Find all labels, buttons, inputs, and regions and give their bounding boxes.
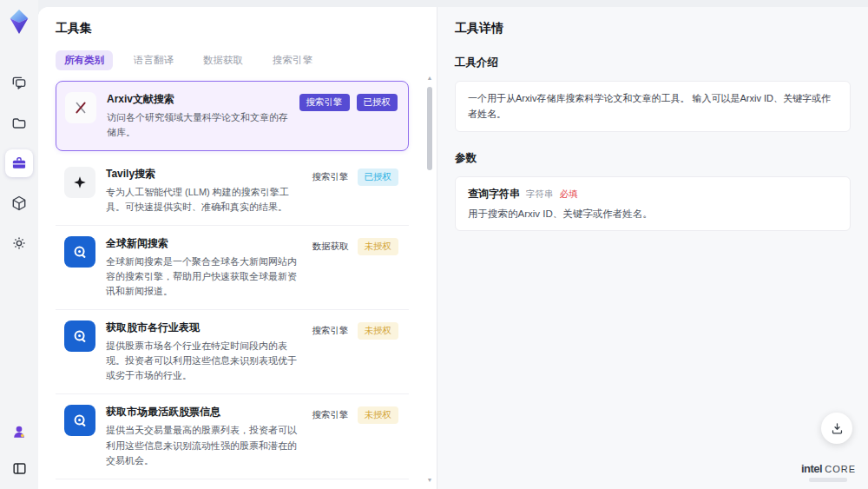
tool-description: 专为人工智能代理 (LLM) 构建的搜索引擎工具。可快速提供实时、准确和真实的结…: [106, 185, 300, 215]
scrollbar-thumb[interactable]: [427, 87, 432, 170]
tool-list-item[interactable]: Tavily搜索 专为人工智能代理 (LLM) 构建的搜索引擎工具。可快速提供实…: [56, 156, 409, 226]
intro-box: 一个用于从Arxiv存储库搜索科学论文和文章的工具。 输入可以是Arxiv ID…: [455, 81, 851, 132]
param-description: 用于搜索的Arxiv ID、关键字或作者姓名。: [468, 208, 838, 221]
collapse-panel-icon: [11, 460, 28, 477]
news-service-icon: [71, 327, 89, 345]
tool-detail-pane: 工具详情 工具介绍 一个用于从Arxiv存储库搜索科学论文和文章的工具。 输入可…: [437, 7, 868, 489]
tool-description: 提供股票市场各个行业在特定时间段内的表现。投资者可以利用这些信息来识别表现优于或…: [106, 339, 300, 383]
sidebar-item-settings[interactable]: [5, 229, 33, 257]
tool-badges: 搜索引擎 未授权: [311, 320, 399, 340]
param-required-badge: 必填: [560, 188, 578, 201]
tool-description: 提供当天交易量最高的股票列表，投资者可以利用这些信息来识别流动性强的股票和潜在的…: [106, 423, 300, 467]
tool-badges: 数据获取 未授权: [311, 236, 399, 255]
tool-list-pane: 工具集 所有类别 语言翻译 数据获取 搜索引擎: [38, 7, 437, 489]
tool-list-item[interactable]: 获取市场最活跃股票信息 提供当天交易量最高的股票列表，投资者可以利用这些信息来识…: [56, 394, 409, 479]
category-badge: 数据获取: [311, 238, 351, 255]
main-content: 工具集 所有类别 语言翻译 数据获取 搜索引擎: [38, 7, 868, 489]
intro-heading: 工具介绍: [455, 56, 851, 70]
tool-badges: 搜索引擎 已授权: [311, 167, 399, 186]
tool-name: 获取市场最活跃股票信息: [106, 405, 300, 420]
tool-name: Tavily搜索: [106, 167, 300, 182]
tool-list-item[interactable]: Arxiv文献搜索 访问各个研究领域大量科学论文和文章的存储库。 搜索引擎 已授…: [56, 81, 409, 151]
category-tab[interactable]: 所有类别: [56, 50, 113, 70]
news-service-icon: [71, 243, 89, 261]
tool-icon: [64, 236, 95, 268]
tool-list-item[interactable]: 全球新闻搜索 全球新闻搜索是一个聚合全球各大新闻网站内容的搜索引擎，帮助用户快速…: [56, 226, 409, 310]
tool-badges: 搜索引擎 未授权: [311, 405, 399, 424]
core-logo-text: CORE: [825, 464, 856, 474]
tool-badges: 搜索引擎 已授权: [299, 92, 398, 111]
page-title: 工具集: [56, 21, 419, 36]
list-scrollbar: ▲ ▼: [426, 75, 433, 484]
sidebar-item-toolbox[interactable]: [5, 149, 33, 177]
tool-text-block: 全球新闻搜索 全球新闻搜索是一个聚合全球各大新闻网站内容的搜索引擎，帮助用户快速…: [106, 236, 300, 299]
tool-icon: [65, 92, 96, 123]
tool-text-block: Arxiv文献搜索 访问各个研究领域大量科学论文和文章的存储库。: [107, 92, 289, 140]
arxiv-logo-icon: [72, 99, 89, 116]
news-service-icon: [71, 412, 89, 429]
app-logo-icon[interactable]: [6, 9, 32, 35]
tool-text-block: 获取股市各行业表现 提供股票市场各个行业在特定时间段内的表现。投资者可以利用这些…: [106, 320, 300, 383]
tool-list: Arxiv文献搜索 访问各个研究领域大量科学论文和文章的存储库。 搜索引擎 已授…: [56, 81, 419, 489]
intel-core-brand: intel CORE: [801, 462, 856, 482]
folder-icon: [10, 115, 28, 132]
category-tab[interactable]: 搜索引擎: [264, 50, 321, 70]
tool-icon: [64, 167, 95, 198]
auth-status-badge: 未授权: [358, 238, 399, 255]
tool-text-block: Tavily搜索 专为人工智能代理 (LLM) 构建的搜索引擎工具。可快速提供实…: [106, 167, 300, 215]
category-tab[interactable]: 语言翻译: [125, 50, 182, 70]
tool-name: 全球新闻搜索: [106, 236, 300, 251]
category-tabs: 所有类别 语言翻译 数据获取 搜索引擎: [56, 50, 419, 70]
auth-status-badge: 已授权: [358, 169, 399, 186]
tool-icon: [64, 320, 95, 352]
category-tab[interactable]: 数据获取: [194, 50, 252, 70]
detail-title: 工具详情: [455, 21, 851, 36]
tool-list-item[interactable]: 获取股市各行业表现 提供股票市场各个行业在特定时间段内的表现。投资者可以利用这些…: [56, 310, 409, 394]
sidebar-item-files[interactable]: [5, 109, 33, 137]
param-type: 字符串: [526, 188, 554, 201]
intel-logo-text: intel: [801, 462, 822, 475]
tool-list-item[interactable]: 万维地区新闻查询 查询具体行政区划内的新闻，快速了解各地新闻动 搜索引擎 未授权: [56, 479, 409, 489]
tavily-star-icon: [72, 175, 88, 190]
cube-icon: [10, 195, 28, 212]
category-badge: 搜索引擎: [311, 406, 351, 424]
toolbox-icon: [10, 155, 28, 172]
download-button[interactable]: [821, 413, 852, 444]
tool-icon: [64, 405, 95, 436]
auth-status-badge: 未授权: [358, 406, 399, 424]
intro-text: 一个用于从Arxiv存储库搜索科学论文和文章的工具。 输入可以是Arxiv ID…: [468, 91, 838, 122]
tool-description: 访问各个研究领域大量科学论文和文章的存储库。: [107, 110, 289, 140]
sidebar-collapse-toggle[interactable]: [5, 454, 33, 482]
download-icon: [830, 421, 845, 436]
tool-description: 全球新闻搜索是一个聚合全球各大新闻网站内容的搜索引擎，帮助用户快速获取全球最新资…: [106, 254, 300, 299]
scroll-up-arrow[interactable]: ▲: [426, 75, 433, 82]
scroll-down-arrow[interactable]: ▼: [426, 477, 433, 484]
sidebar-item-packages[interactable]: [5, 189, 33, 217]
sidebar-item-chat[interactable]: [5, 69, 33, 97]
tool-name: 获取股市各行业表现: [106, 320, 300, 335]
app-sidebar: [0, 0, 38, 489]
param-box: 查询字符串 字符串 必填 用于搜索的Arxiv ID、关键字或作者姓名。: [455, 176, 851, 231]
chat-icon: [10, 75, 28, 92]
param-name: 查询字符串: [468, 187, 520, 202]
sidebar-user-avatar[interactable]: [5, 418, 33, 446]
gear-icon: [10, 235, 28, 252]
avatar-icon: [10, 423, 28, 440]
category-badge: 搜索引擎: [311, 322, 351, 340]
auth-status-badge: 已授权: [357, 94, 398, 111]
category-badge: 搜索引擎: [311, 169, 351, 186]
tool-name: Arxiv文献搜索: [107, 92, 289, 107]
category-badge: 搜索引擎: [299, 94, 350, 111]
brand-subtext-blur: [809, 478, 847, 482]
auth-status-badge: 未授权: [358, 322, 399, 340]
tool-text-block: 获取市场最活跃股票信息 提供当天交易量最高的股票列表，投资者可以利用这些信息来识…: [106, 405, 300, 467]
params-heading: 参数: [455, 151, 851, 166]
